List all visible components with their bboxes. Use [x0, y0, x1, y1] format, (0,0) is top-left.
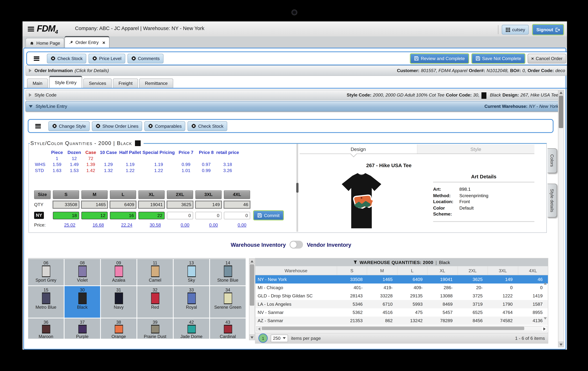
warehouse-col-xl[interactable]: XL: [427, 266, 457, 275]
size-header-s[interactable]: S: [53, 190, 79, 199]
order-qty-input[interactable]: 0: [195, 212, 222, 219]
tab-style-entry[interactable]: Style Entry: [49, 76, 82, 88]
tab-order-entry[interactable]: Order Entry ×: [64, 36, 109, 48]
scroll-down-arrow[interactable]: [249, 335, 255, 340]
color-cell-azalea[interactable]: 09Azalea: [101, 259, 136, 285]
price-link[interactable]: 0.00: [195, 222, 222, 228]
color-cell-sport-grey[interactable]: 06Sport Grey: [28, 259, 64, 285]
price-link[interactable]: 30.58: [138, 222, 165, 228]
review-and-complete-button[interactable]: Review and Complete: [410, 53, 469, 64]
warehouse-row-gld-drop-ship-gildan-sc[interactable]: GLD - Drop Ship Gildan SC281433322829135…: [255, 292, 548, 300]
tab-services[interactable]: Services: [83, 78, 112, 88]
order-information-bar[interactable]: Order Information (Click for Details) Cu…: [25, 65, 567, 76]
toolbar-menu-icon[interactable]: [34, 56, 39, 61]
warehouse-row-ny-new-york[interactable]: NY - New York335081465640919041362514946: [255, 275, 548, 284]
color-cell-camel[interactable]: 11Camel: [137, 259, 173, 285]
color-cell-jade-dome[interactable]: 42Jade Dome: [174, 318, 209, 339]
comments-button[interactable]: Comments: [127, 54, 163, 63]
price-link[interactable]: 0.00: [224, 222, 250, 228]
order-qty-input[interactable]: 0: [224, 212, 250, 219]
scroll-right-arrow[interactable]: [542, 326, 547, 331]
order-qty-input[interactable]: 0: [167, 212, 193, 219]
color-cell-serene-green[interactable]: 34Serene Green: [210, 286, 246, 318]
scrollbar-thumb[interactable]: [559, 96, 563, 128]
check-stock-line-button[interactable]: Check Stock: [188, 121, 227, 131]
main-menu-icon[interactable]: [28, 27, 34, 32]
warehouse-col-l[interactable]: L: [397, 266, 427, 275]
size-header-4xl[interactable]: 4XL: [224, 190, 250, 199]
price-link[interactable]: 22.24: [110, 222, 136, 228]
color-cell-violet[interactable]: 08Violet: [64, 259, 100, 285]
warehouse-col-2xl[interactable]: 2XL: [457, 266, 488, 275]
show-order-lines-button[interactable]: Show Order Lines: [92, 121, 142, 131]
size-header-m[interactable]: M: [81, 190, 108, 199]
scrollbar-thumb[interactable]: [250, 264, 254, 306]
inventory-toggle-switch[interactable]: [290, 241, 303, 249]
tab-remittance[interactable]: Remittance: [139, 78, 173, 88]
save-not-complete-button[interactable]: Save Not Complete: [471, 53, 525, 64]
color-cell-prairie-dust[interactable]: 39Prairie Dust: [137, 318, 173, 339]
table-scroll-up-icon[interactable]: [544, 276, 547, 283]
warehouse-table-hscrollbar[interactable]: [256, 326, 547, 332]
price-link[interactable]: 0.00: [167, 222, 193, 228]
warehouse-row-az-sanmar[interactable]: AZ - Sanmar21353862132427828984567458241…: [255, 316, 548, 325]
scroll-left-arrow[interactable]: [256, 326, 261, 331]
order-qty-input[interactable]: 22: [138, 212, 165, 219]
color-grid-scrollbar[interactable]: [249, 258, 255, 340]
scrollbar-thumb[interactable]: [262, 327, 524, 330]
warehouse-col-3xl[interactable]: 3XL: [488, 266, 518, 275]
color-cell-cardinal[interactable]: 43Cardinal: [210, 318, 246, 339]
price-level-button[interactable]: Price Level: [89, 54, 125, 63]
signout-button[interactable]: Signout: [532, 24, 564, 35]
warehouse-row-nv-sanmar[interactable]: NV - Sanmar536245164755457652547648955: [255, 308, 548, 316]
scroll-up-arrow[interactable]: [558, 90, 564, 95]
color-cell-orange[interactable]: 38Orange: [101, 318, 136, 339]
cancel-order-button[interactable]: × Cancel Order: [527, 54, 566, 63]
color-cell-red[interactable]: 32Red: [137, 286, 173, 318]
side-tab-style-details[interactable]: Style details: [547, 184, 557, 218]
tab-home-page[interactable]: Home Page: [25, 38, 64, 48]
warehouse-col-m[interactable]: M: [367, 266, 397, 275]
page-scrollbar[interactable]: [558, 90, 564, 347]
price-link[interactable]: 25.02: [53, 222, 79, 228]
warehouse-col-warehouse[interactable]: Warehouse: [255, 266, 336, 275]
order-qty-input[interactable]: 16: [110, 212, 136, 219]
scroll-down-arrow[interactable]: [558, 342, 564, 347]
tab-main[interactable]: Main: [27, 78, 48, 88]
comparables-button[interactable]: Comparables: [144, 121, 185, 131]
tab-style[interactable]: Style: [417, 144, 535, 153]
warehouse-row-mi-chicago[interactable]: MI - Chicago401-419-409-286-20-00: [255, 284, 548, 292]
user-apps-button[interactable]: cutsey: [502, 25, 529, 34]
size-header-l[interactable]: L: [110, 190, 136, 199]
close-tab-icon[interactable]: ×: [102, 40, 105, 45]
tab-design[interactable]: Design: [300, 144, 417, 153]
side-tab-colors[interactable]: Colors: [547, 148, 557, 173]
color-cell-navy[interactable]: 31Navy: [101, 286, 136, 318]
color-cell-metro-blue[interactable]: 15Metro Blue: [28, 286, 64, 318]
table-scroll-down-icon[interactable]: [544, 319, 547, 326]
toolbar-menu-icon[interactable]: [35, 124, 41, 128]
scroll-up-arrow[interactable]: [249, 259, 255, 264]
size-header-3xl[interactable]: 3XL: [195, 190, 222, 199]
price-link[interactable]: 16.68: [81, 222, 108, 228]
panel-splitter[interactable]: [297, 144, 298, 232]
color-cell-royal[interactable]: 33Royal: [174, 286, 209, 318]
color-cell-purple[interactable]: 37Purple: [64, 318, 100, 339]
order-qty-input[interactable]: 18: [53, 212, 79, 219]
tab-freight[interactable]: Freight: [113, 78, 138, 88]
order-qty-input[interactable]: 12: [81, 212, 108, 219]
color-cell-sky[interactable]: 13Sky: [174, 259, 209, 285]
commit-button[interactable]: Commit: [253, 210, 284, 220]
style-line-entry-bar[interactable]: Style/Line Entry Current Warehouse: NY -…: [25, 101, 563, 111]
change-style-button[interactable]: Change Style: [48, 121, 90, 131]
style-code-bar[interactable]: Style Code Style Code: 2000, 2000 GD Adu…: [25, 90, 563, 100]
items-per-page-select[interactable]: 250: [271, 334, 288, 342]
size-header-xl[interactable]: XL: [138, 190, 165, 199]
warehouse-row-la-los-angeles[interactable]: LA - Los Angeles534667105993846937191790…: [255, 300, 548, 308]
color-cell-maroon[interactable]: 36Maroon: [28, 318, 64, 339]
warehouse-col-s[interactable]: S: [337, 266, 367, 275]
page-number-button[interactable]: 1: [258, 333, 268, 343]
color-cell-black[interactable]: 30Black: [64, 286, 100, 318]
warehouse-col-4xl[interactable]: 4XL: [518, 266, 548, 275]
size-header-2xl[interactable]: 2XL: [167, 190, 193, 199]
